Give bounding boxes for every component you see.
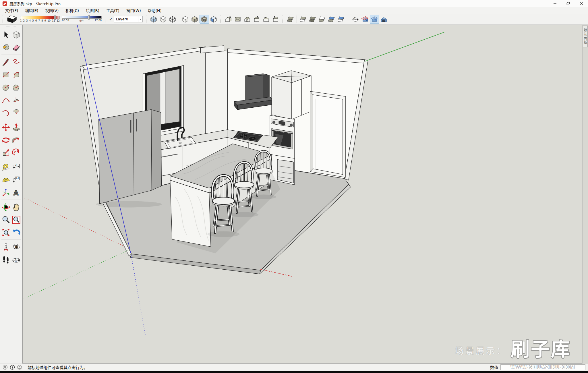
minimize-button[interactable]: [548, 0, 562, 7]
maximize-restore-button[interactable]: [562, 0, 575, 7]
credits-info-icon[interactable]: [10, 365, 15, 370]
measurements-box[interactable]: WWW.SHUAZIKU.COM: [500, 364, 585, 370]
pan-tool[interactable]: [11, 201, 22, 213]
menu-item[interactable]: 工具(T): [103, 7, 123, 14]
menu-item[interactable]: 绘图(R): [82, 7, 103, 14]
rotated-rectangle-tool[interactable]: [11, 68, 22, 81]
toolbar-grip[interactable]: [283, 16, 284, 23]
section-style-6-button[interactable]: [336, 15, 346, 24]
layer-dropdown[interactable]: Layer0: [114, 16, 143, 22]
menu-item[interactable]: 相机(C): [62, 7, 82, 14]
zoom-window-tool[interactable]: [11, 213, 22, 226]
select-tool[interactable]: [1, 28, 11, 41]
paint-bucket-tool[interactable]: [1, 41, 11, 54]
date-tick: 1: [20, 19, 22, 22]
make-component-tool[interactable]: [11, 28, 22, 41]
geolocation-icon[interactable]: [3, 365, 8, 370]
shadow-time-slider[interactable]: 06:55 中午 17:00: [62, 16, 102, 22]
menu-item[interactable]: 文件(F): [2, 7, 22, 14]
view-top-button[interactable]: [233, 15, 243, 24]
model-viewport[interactable]: 场景展示： 刷子库: [22, 25, 582, 364]
section-plane-add-button[interactable]: [360, 15, 370, 24]
text-tool[interactable]: A1: [11, 173, 22, 186]
arc-tool[interactable]: [1, 94, 11, 106]
svg-text:A: A: [13, 189, 19, 197]
toolbar-grip[interactable]: [105, 16, 106, 23]
protractor-tool[interactable]: [1, 173, 11, 186]
dimension-tool[interactable]: 3: [11, 161, 22, 173]
section-style-4-button[interactable]: [317, 15, 327, 24]
rotate-tool[interactable]: [1, 134, 11, 146]
axes-tool[interactable]: [1, 186, 11, 199]
layer-visible-check[interactable]: ✓: [109, 17, 113, 22]
view-left-button[interactable]: [271, 15, 281, 24]
display-section-cuts-button[interactable]: [370, 15, 379, 24]
eraser-tool[interactable]: [11, 41, 22, 54]
section-plane-tool[interactable]: CA·S: [11, 253, 22, 266]
menu-item[interactable]: 帮助(H): [144, 7, 165, 14]
zoom-tool[interactable]: [1, 213, 11, 226]
section-style-5-button[interactable]: [327, 15, 336, 24]
time-slider-thumb[interactable]: [88, 15, 90, 20]
toolbar-grip[interactable]: [146, 16, 147, 23]
date-slider-thumb[interactable]: [54, 16, 56, 20]
pie-tool[interactable]: [11, 106, 22, 119]
circle-tool[interactable]: [1, 81, 11, 94]
sign-in-icon[interactable]: [17, 365, 22, 370]
menu-bar: 文件(F)编辑(E)视图(V)相机(C)绘图(R)工具(T)窗口(W)帮助(H): [0, 7, 588, 14]
oven-tower[interactable]: [270, 115, 295, 185]
shaded-textures-style-button[interactable]: [200, 15, 209, 24]
back-edges-style-button[interactable]: [158, 15, 168, 24]
menu-item[interactable]: 窗口(W): [123, 7, 144, 14]
3d-text-tool[interactable]: A: [11, 186, 22, 199]
chevron-down-icon[interactable]: [138, 16, 142, 22]
view-iso-button[interactable]: [224, 15, 233, 24]
shadow-date-slider[interactable]: 123456789101112: [20, 16, 60, 22]
position-camera-tool[interactable]: [1, 241, 11, 253]
polygon-tool[interactable]: [11, 81, 22, 94]
view-front-button[interactable]: [243, 15, 252, 24]
freehand-tool[interactable]: [11, 56, 22, 68]
menu-item[interactable]: 编辑(E): [22, 7, 42, 14]
follow-me-tool[interactable]: [11, 134, 22, 146]
toolbar-grip[interactable]: [348, 16, 349, 23]
offset-tool[interactable]: [11, 146, 22, 159]
section-style-3-button[interactable]: [308, 15, 317, 24]
close-button[interactable]: [575, 0, 588, 7]
rectangle-tool[interactable]: [1, 68, 11, 81]
main-toolbar: 123456789101112 06:55 中午 17:00 ✓ Layer0 …: [0, 14, 588, 25]
tape-measure-tool[interactable]: [1, 161, 11, 173]
palette-grip[interactable]: [6, 26, 16, 28]
large-tool-set: 3A1ACA·S: [0, 25, 22, 364]
toolbar-grip[interactable]: [3, 16, 4, 23]
wireframe-style-button[interactable]: [168, 15, 177, 24]
tall-cabinet[interactable]: [272, 71, 311, 119]
display-section-fill-button[interactable]: [379, 15, 389, 24]
two-point-arc-tool[interactable]: [11, 94, 22, 106]
kitchen-3d-scene[interactable]: [23, 25, 582, 363]
section-plane-compass-button[interactable]: C: [351, 15, 360, 24]
hidden-line-style-button[interactable]: [181, 15, 190, 24]
toolbar-grip[interactable]: [220, 16, 222, 23]
section-style-1-button[interactable]: [286, 15, 295, 24]
default-tray-tab[interactable]: 默认面板: [583, 26, 588, 47]
door[interactable]: [310, 91, 346, 177]
look-around-tool[interactable]: [11, 241, 22, 253]
orbit-tool[interactable]: [1, 201, 11, 213]
push-pull-tool[interactable]: [11, 121, 22, 134]
scale-tool[interactable]: [1, 146, 11, 159]
shadow-toggle-button[interactable]: [6, 15, 19, 24]
walk-tool[interactable]: [1, 253, 11, 266]
move-tool[interactable]: [1, 121, 11, 134]
zoom-extents-tool[interactable]: [1, 226, 11, 239]
menu-item[interactable]: 视图(V): [42, 7, 62, 14]
section-style-2-button[interactable]: [298, 15, 308, 24]
line-tool[interactable]: [1, 56, 11, 68]
shaded-style-button[interactable]: [190, 15, 200, 24]
xray-style-button[interactable]: [149, 15, 158, 24]
previous-view-tool[interactable]: [11, 226, 22, 239]
view-back-button[interactable]: [262, 15, 271, 24]
view-right-button[interactable]: [252, 15, 262, 24]
monochrome-style-button[interactable]: [209, 15, 218, 24]
three-point-arc-tool[interactable]: [1, 106, 11, 119]
